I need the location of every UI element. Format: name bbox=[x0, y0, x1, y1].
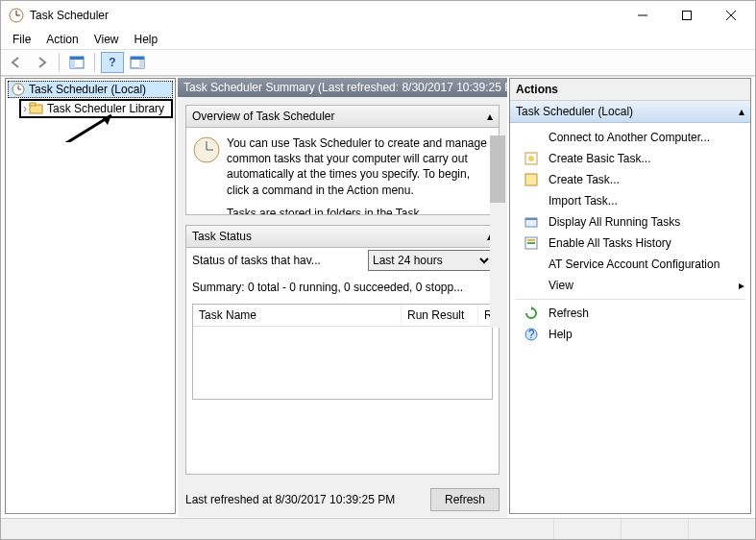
toolbar: ? bbox=[1, 49, 755, 76]
app-icon bbox=[9, 8, 24, 23]
overview-text: You can use Task Scheduler to create and… bbox=[227, 135, 493, 198]
connect-icon bbox=[524, 130, 539, 145]
main-body: Task Scheduler (Local) › Task Scheduler … bbox=[1, 76, 755, 518]
col-taskname[interactable]: Task Name bbox=[193, 305, 402, 326]
content-header: Task Scheduler Summary (Last refreshed: … bbox=[178, 78, 507, 97]
svg-rect-25 bbox=[525, 174, 537, 185]
annotation-arrow bbox=[54, 113, 131, 142]
svg-rect-11 bbox=[131, 57, 144, 60]
action-view[interactable]: View ▸ bbox=[512, 275, 748, 296]
status-summary: Summary: 0 total - 0 running, 0 succeede… bbox=[186, 281, 499, 304]
close-button[interactable] bbox=[709, 2, 753, 29]
action-connect[interactable]: Connect to Another Computer... bbox=[512, 127, 748, 148]
window-title: Task Scheduler bbox=[30, 9, 621, 22]
action-enable-history[interactable]: Enable All Tasks History bbox=[512, 233, 748, 254]
menu-help[interactable]: Help bbox=[127, 31, 166, 48]
action-display-running[interactable]: Display All Running Tasks bbox=[512, 211, 748, 233]
task-icon bbox=[524, 172, 539, 187]
wizard-icon bbox=[524, 151, 539, 166]
scrollbar[interactable] bbox=[490, 135, 505, 328]
overview-group: Overview of Task Scheduler ▴ You can use… bbox=[185, 105, 500, 215]
content-footer: Last refreshed at 8/30/2017 10:39:25 PM … bbox=[178, 482, 507, 517]
maximize-button[interactable] bbox=[665, 2, 709, 29]
svg-rect-12 bbox=[139, 60, 144, 68]
task-listview[interactable]: Task Name Run Result R bbox=[192, 304, 493, 400]
refresh-button[interactable]: Refresh bbox=[430, 488, 500, 511]
actions-pane: Actions Task Scheduler (Local) ▴ Connect… bbox=[509, 78, 751, 514]
svg-rect-27 bbox=[525, 218, 537, 220]
statusbar bbox=[1, 518, 755, 539]
svg-rect-29 bbox=[527, 239, 535, 241]
task-scheduler-window: Task Scheduler File Action View Help ? T… bbox=[0, 0, 756, 540]
svg-text:?: ? bbox=[528, 328, 535, 341]
clock-icon bbox=[11, 82, 26, 97]
action-create-basic-task[interactable]: Create Basic Task... bbox=[512, 148, 748, 169]
help-icon: ? bbox=[524, 327, 539, 342]
status-range-select[interactable]: Last 24 hours bbox=[368, 250, 493, 271]
svg-rect-30 bbox=[527, 242, 535, 244]
view-icon bbox=[524, 278, 539, 293]
back-button[interactable] bbox=[5, 52, 28, 73]
chevron-right-icon: › bbox=[23, 102, 27, 115]
help-button[interactable]: ? bbox=[101, 52, 124, 73]
actions-title: Actions bbox=[510, 79, 750, 101]
action-create-task[interactable]: Create Task... bbox=[512, 169, 748, 190]
col-runresult[interactable]: Run Result bbox=[402, 305, 478, 326]
refresh-icon bbox=[524, 306, 539, 321]
history-icon bbox=[524, 235, 539, 251]
collapse-icon[interactable]: ▴ bbox=[487, 110, 493, 123]
content-pane: Task Scheduler Summary (Last refreshed: … bbox=[178, 78, 507, 517]
menu-action[interactable]: Action bbox=[38, 31, 85, 48]
collapse-icon[interactable]: ▴ bbox=[739, 105, 744, 118]
task-status-title: Task Status bbox=[192, 230, 252, 243]
action-import-task[interactable]: Import Task... bbox=[512, 190, 748, 211]
minimize-button[interactable] bbox=[621, 2, 665, 29]
tree-root[interactable]: Task Scheduler (Local) bbox=[8, 81, 173, 98]
config-icon bbox=[524, 257, 539, 272]
overview-title: Overview of Task Scheduler bbox=[192, 110, 335, 123]
forward-button[interactable] bbox=[30, 52, 53, 73]
task-status-group: Task Status ▴ Status of tasks that hav..… bbox=[185, 225, 500, 475]
overview-text-2: Tasks are stored in folders in the Task bbox=[227, 206, 493, 214]
svg-rect-8 bbox=[70, 57, 84, 60]
running-icon bbox=[524, 214, 539, 230]
last-refreshed-label: Last refreshed at 8/30/2017 10:39:25 PM bbox=[185, 493, 395, 506]
tree-root-label: Task Scheduler (Local) bbox=[29, 83, 146, 96]
folder-icon bbox=[29, 101, 44, 116]
action-help[interactable]: ? Help bbox=[512, 324, 748, 345]
chevron-right-icon: ▸ bbox=[739, 279, 744, 292]
action-refresh[interactable]: Refresh bbox=[512, 303, 748, 324]
svg-rect-17 bbox=[30, 103, 36, 106]
menu-file[interactable]: File bbox=[5, 31, 38, 48]
status-label: Status of tasks that hav... bbox=[192, 254, 360, 267]
separator bbox=[516, 299, 744, 300]
show-hide-action-pane-button[interactable] bbox=[126, 52, 149, 73]
svg-point-24 bbox=[528, 156, 534, 161]
menu-view[interactable]: View bbox=[86, 31, 127, 48]
svg-rect-9 bbox=[70, 60, 75, 68]
action-at-service[interactable]: AT Service Account Configuration bbox=[512, 254, 748, 275]
navigation-tree: Task Scheduler (Local) › Task Scheduler … bbox=[5, 78, 176, 514]
actions-subtitle: Task Scheduler (Local) ▴ bbox=[510, 101, 750, 123]
show-hide-tree-button[interactable] bbox=[65, 52, 88, 73]
titlebar: Task Scheduler bbox=[1, 1, 755, 30]
svg-rect-4 bbox=[683, 12, 692, 20]
menubar: File Action View Help bbox=[1, 30, 755, 49]
clock-large-icon bbox=[192, 135, 221, 209]
import-icon bbox=[524, 193, 539, 209]
